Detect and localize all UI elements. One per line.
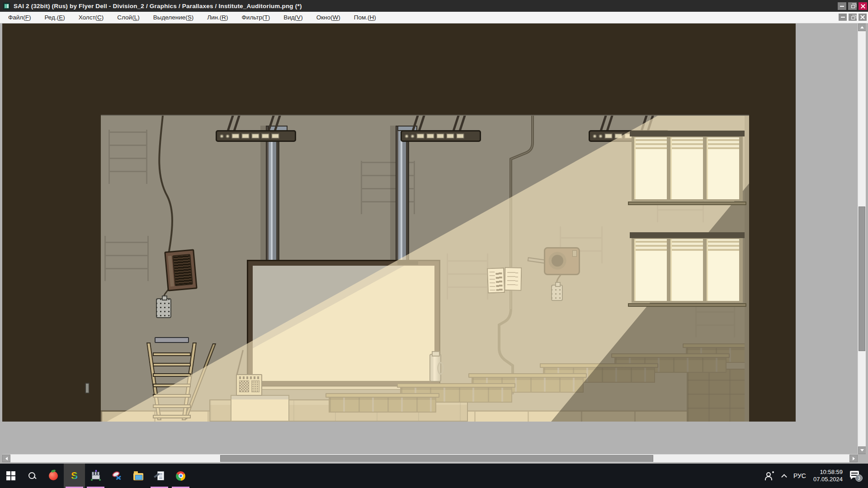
minimize-icon	[840, 6, 844, 7]
titlebar: SAI 2 (32bit) (Rus) by Flyer Dell - Divi…	[0, 0, 868, 12]
sai-icon: S	[71, 471, 78, 481]
window-bank-upper	[632, 136, 743, 201]
snip-tool-icon	[112, 471, 122, 481]
writer-icon	[155, 471, 165, 481]
window-sill	[628, 202, 746, 205]
taskbar-app-writer[interactable]	[149, 464, 170, 488]
minimize-button[interactable]	[838, 2, 846, 10]
canvas-area	[0, 23, 868, 464]
menu-R[interactable]: Лин.(R)	[200, 12, 235, 23]
clock-date: 07.05.2024	[813, 476, 843, 483]
horizontal-scrollbar[interactable]	[2, 454, 858, 462]
windows-logo-icon	[6, 471, 15, 480]
menu-L[interactable]: Слой(L)	[110, 12, 146, 23]
window-pane	[634, 137, 667, 199]
wall-speaker	[164, 249, 197, 291]
window-border	[866, 23, 868, 464]
taskbar-app-tomato-timer[interactable]	[42, 464, 64, 488]
taskbar-clock[interactable]: 10:58:59 07.05.2024	[813, 469, 843, 483]
doc-restore-button[interactable]	[849, 14, 857, 21]
document-window-controls	[839, 14, 867, 21]
screen: SAI 2 (32bit) (Rus) by Flyer Dell - Divi…	[0, 0, 868, 488]
window-pane	[634, 239, 667, 301]
close-icon	[860, 15, 865, 19]
menu-H[interactable]: Пом.(H)	[347, 12, 383, 23]
arrow-right-icon	[853, 457, 855, 460]
restore-button[interactable]	[848, 2, 857, 10]
ladder-rung	[153, 373, 191, 377]
menu-F[interactable]: Файл(F)	[1, 12, 38, 23]
horizontal-scrollbar-thumb[interactable]	[220, 455, 653, 462]
menu-S[interactable]: Выделение(S)	[146, 12, 201, 23]
start-button[interactable]	[0, 464, 21, 488]
window-bank-lower	[632, 237, 743, 303]
arrow-up-icon	[860, 26, 864, 28]
canvas-viewport[interactable]	[2, 23, 858, 454]
chrome-icon	[176, 471, 185, 481]
system-tray: РУС 10:58:59 07.05.2024 3	[765, 464, 868, 488]
taskbar-app-chrome[interactable]	[170, 464, 191, 488]
scroll-left-button[interactable]	[2, 455, 10, 462]
restore-icon	[851, 16, 855, 19]
taskbar-app-castle-game[interactable]	[85, 464, 106, 488]
notification-badge: 3	[855, 474, 863, 482]
ladder-rung	[153, 352, 191, 356]
notification-center-button[interactable]: 3	[850, 471, 862, 481]
sai-app-icon	[3, 3, 10, 9]
taskbar-app-snip-tool[interactable]	[106, 464, 127, 488]
restore-icon	[851, 5, 855, 8]
window-title: SAI 2 (32bit) (Rus) by Flyer Dell - Divi…	[14, 3, 302, 9]
arrow-down-icon	[860, 449, 864, 451]
window-pane	[707, 137, 739, 199]
menubar-items: Файл(F)Ред.(E)Холст(C)Слой(L)Выделение(S…	[0, 12, 383, 23]
ladder-top-platform	[155, 337, 189, 343]
door-handle	[85, 383, 90, 394]
arrow-left-icon	[5, 457, 8, 460]
window-lintel	[630, 131, 745, 136]
people-icon[interactable]	[765, 471, 775, 480]
menubar: Файл(F)Ред.(E)Холст(C)Слой(L)Выделение(S…	[0, 12, 868, 23]
menu-C[interactable]: Холст(C)	[72, 12, 111, 23]
scroll-right-button[interactable]	[849, 455, 858, 462]
menu-T[interactable]: Фильтр(T)	[235, 12, 277, 23]
ladder-rung	[153, 363, 191, 366]
vertical-scrollbar[interactable]	[858, 23, 866, 454]
image-institute-auditorium	[2, 23, 796, 422]
window-sill	[628, 303, 746, 307]
hanging-plug	[156, 298, 171, 318]
folder-icon	[133, 473, 143, 480]
window-controls	[838, 2, 867, 10]
scroll-up-button[interactable]	[858, 23, 866, 31]
vertical-scrollbar-thumb[interactable]	[859, 206, 865, 351]
taskbar-app-sai2[interactable]: S	[64, 464, 85, 488]
scroll-down-button[interactable]	[858, 446, 866, 454]
taskbar: S РУС 10:58:59	[0, 464, 868, 488]
window-lintel	[630, 232, 745, 238]
doc-minimize-button[interactable]	[839, 14, 847, 21]
castle-icon	[91, 471, 101, 481]
speaker-grill	[172, 254, 193, 286]
clock-time: 10:58:59	[813, 469, 843, 476]
taskbar-app-file-explorer[interactable]	[127, 464, 149, 488]
pixel-art-scene	[101, 115, 749, 422]
close-button[interactable]	[859, 2, 867, 10]
doc-close-button[interactable]	[859, 14, 867, 21]
tomato-icon	[49, 471, 58, 480]
search-icon	[28, 471, 37, 480]
taskbar-search-button[interactable]	[21, 464, 42, 488]
minimize-icon	[841, 17, 845, 18]
menu-W[interactable]: Окно(W)	[310, 12, 347, 23]
tray-expand-chevron-icon[interactable]	[781, 474, 787, 480]
menu-E[interactable]: Ред.(E)	[38, 12, 71, 23]
close-icon	[861, 4, 865, 9]
language-indicator[interactable]: РУС	[793, 472, 806, 479]
window-pane	[707, 239, 739, 301]
window-pane	[670, 239, 703, 301]
window-pane	[670, 137, 703, 199]
menu-V[interactable]: Вид(V)	[277, 12, 309, 23]
